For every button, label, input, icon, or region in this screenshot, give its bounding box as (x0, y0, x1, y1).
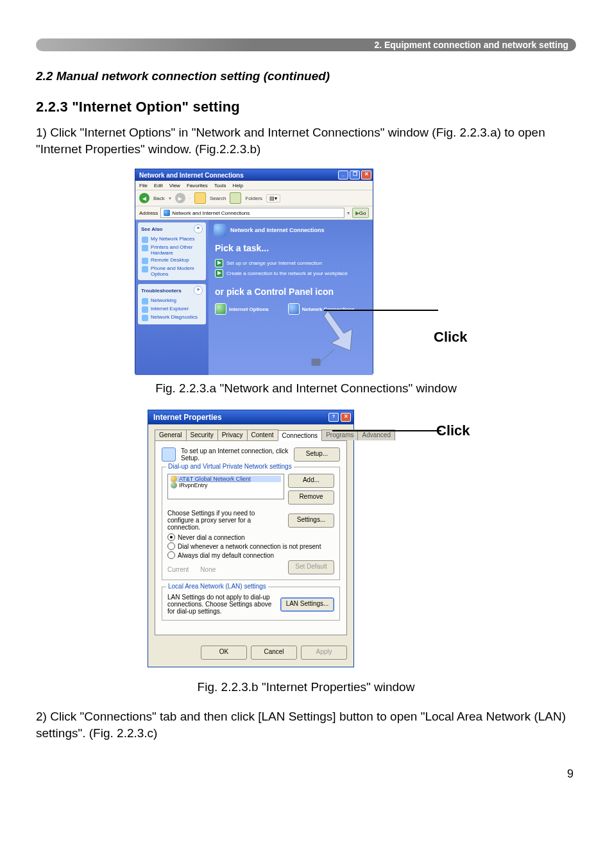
arrow-icon: ▶ (215, 259, 223, 267)
add-button[interactable]: Add... (288, 474, 334, 488)
forward-icon[interactable]: ► (175, 193, 185, 203)
address-label: Address (139, 210, 158, 216)
close-button[interactable]: ✕ (361, 171, 371, 179)
window-titlebar: Network and Internet Connections _ ❐ ✕ (135, 169, 373, 181)
setup-text: To set up an Internet connection, click … (181, 447, 289, 462)
dialog-title: Internet Properties (153, 413, 222, 422)
link-remotedesktop[interactable]: Remote Desktop (138, 256, 206, 265)
see-also-head: See Also (141, 226, 163, 232)
folders-label[interactable]: Folders (245, 196, 262, 201)
tab-general[interactable]: General (155, 430, 187, 440)
ok-button[interactable]: OK (201, 646, 247, 660)
tab-privacy[interactable]: Privacy (217, 430, 248, 440)
radio-always-dial[interactable]: Always dial my default connection (167, 551, 334, 559)
apply-button[interactable]: Apply (301, 646, 347, 660)
collapse-icon[interactable]: » (194, 224, 203, 233)
lan-groupbox: Local Area Network (LAN) settings LAN Se… (162, 587, 340, 621)
address-dropdown-icon[interactable]: ▾ (347, 210, 350, 216)
printer-icon (142, 245, 148, 251)
lan-text: LAN Settings do not apply to dial-up con… (167, 594, 275, 615)
controlpanel-icon (164, 210, 170, 216)
help-button[interactable]: ? (328, 413, 339, 422)
link-networking[interactable]: Networking (138, 297, 206, 305)
callout-line-1 (324, 310, 438, 311)
dialup-groupbox: Dial-up and Virtual Private Network sett… (162, 467, 340, 580)
content-panel: Network and Internet Connections Pick a … (208, 220, 373, 375)
menu-help[interactable]: Help (232, 183, 242, 188)
choose-settings-text: Choose Settings if you need to configure… (167, 510, 283, 531)
go-button[interactable]: ▶Go (352, 208, 369, 218)
folders-icon[interactable] (230, 192, 241, 204)
settings-button[interactable]: Settings... (288, 513, 334, 528)
link-printers[interactable]: Printers and Other Hardware (138, 244, 206, 256)
globe-icon (142, 237, 148, 243)
side-panel: See Also » My Network Places Printers an… (135, 220, 208, 375)
cp-network-connections[interactable]: Network Connections (288, 303, 355, 315)
link-phonemodem[interactable]: Phone and Modem Options (138, 265, 206, 278)
address-value: Network and Internet Connections (172, 210, 250, 216)
figure-b: Internet Properties ? ✕ General Security… (135, 410, 477, 672)
set-default-button[interactable]: Set Default (288, 560, 334, 574)
arrow-icon: ▶ (215, 269, 223, 278)
see-also-box: See Also » My Network Places Printers an… (138, 222, 206, 280)
menu-tools[interactable]: Tools (214, 183, 226, 188)
tab-connections[interactable]: Connections (278, 430, 323, 441)
dialog-titlebar: Internet Properties ? ✕ (148, 410, 353, 424)
cp-internet-options[interactable]: Internet Options (215, 303, 269, 315)
radio-icon (167, 551, 175, 559)
paragraph-2: 2) Click "Connections" tab and then clic… (36, 708, 576, 741)
cancel-button[interactable]: Cancel (251, 646, 297, 660)
tab-content[interactable]: Content (247, 430, 278, 440)
callout-click-1: Click (434, 329, 468, 346)
radio-never-dial[interactable]: Never dial a connection (167, 533, 334, 541)
callout-click-2: Click (436, 422, 470, 439)
chapter-header-text: 2. Equipment connection and network sett… (374, 40, 568, 50)
remote-icon (142, 258, 148, 264)
internet-properties-dialog: Internet Properties ? ✕ General Security… (148, 410, 354, 667)
back-label[interactable]: Back (153, 196, 165, 201)
setup-icon (162, 447, 176, 462)
link-mynetworkplaces[interactable]: My Network Places (138, 235, 206, 244)
task-setup-connection[interactable]: ▶Set up or change your Internet connecti… (215, 259, 366, 267)
lan-settings-button[interactable]: LAN Settings... (280, 597, 334, 612)
search-label[interactable]: Search (210, 196, 226, 201)
minimize-button[interactable]: _ (338, 171, 348, 179)
up-icon[interactable] (194, 192, 206, 204)
or-pick-heading: or pick a Control Panel icon (208, 287, 373, 301)
section-title: 2.2 Manual network connection setting (c… (36, 69, 576, 83)
caption-a: Fig. 2.2.3.a "Network and Internet Conne… (36, 381, 576, 396)
tab-strip: General Security Privacy Content Connect… (155, 430, 347, 441)
views-icon[interactable]: ▤▾ (266, 194, 280, 203)
link-diag[interactable]: Network Diagnostics (138, 313, 206, 322)
dialup-legend: Dial-up and Virtual Private Network sett… (166, 463, 294, 470)
category-icon (214, 224, 226, 237)
dialup-list[interactable]: AT&T Global Network Client IRvpnEntry (167, 474, 284, 499)
troubleshooters-box: Troubleshooters » Networking Internet Ex… (138, 284, 206, 324)
connection-icon (171, 476, 177, 482)
address-field[interactable]: Network and Internet Connections (160, 208, 344, 218)
task-workplace-connection[interactable]: ▶Create a connection to the network at y… (215, 269, 366, 278)
menu-file[interactable]: File (139, 183, 148, 188)
maximize-button[interactable]: ❐ (350, 171, 360, 179)
menu-view[interactable]: View (169, 183, 180, 188)
collapse-icon-2[interactable]: » (194, 286, 203, 295)
phone-icon (142, 266, 148, 272)
subsection-title: 2.2.3 "Internet Option" setting (36, 99, 576, 115)
address-bar: Address Network and Internet Connections… (135, 206, 373, 220)
menu-edit[interactable]: Edit (154, 183, 163, 188)
radio-icon (167, 542, 175, 550)
back-icon[interactable]: ◄ (139, 193, 149, 203)
menu-favorites[interactable]: Favorites (187, 183, 208, 188)
radio-dial-whenever[interactable]: Dial whenever a network connection is no… (167, 542, 334, 550)
figure-a: Network and Internet Connections _ ❐ ✕ F… (135, 169, 477, 374)
connection-icon (171, 482, 177, 488)
xp-window: Network and Internet Connections _ ❐ ✕ F… (135, 169, 373, 374)
help-icon (142, 298, 148, 305)
setup-button[interactable]: Setup... (294, 447, 340, 462)
connections-panel: To set up an Internet connection, click … (155, 441, 347, 635)
remove-button[interactable]: Remove (288, 490, 334, 505)
link-ie[interactable]: Internet Explorer (138, 305, 206, 313)
close-button[interactable]: ✕ (341, 413, 351, 422)
callout-line-2 (332, 430, 441, 431)
tab-security[interactable]: Security (186, 430, 218, 440)
